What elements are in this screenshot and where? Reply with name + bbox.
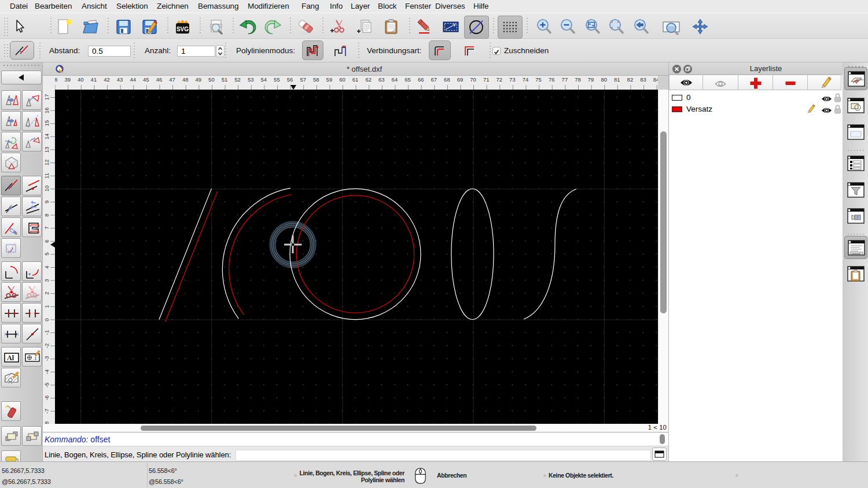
svg-text:Al: Al [7, 354, 14, 362]
svg-text:.1: .1 [33, 356, 37, 361]
svg-text:command: command [851, 253, 860, 255]
svg-text:SVG: SVG [176, 26, 189, 32]
svg-text:x: x [15, 231, 17, 236]
